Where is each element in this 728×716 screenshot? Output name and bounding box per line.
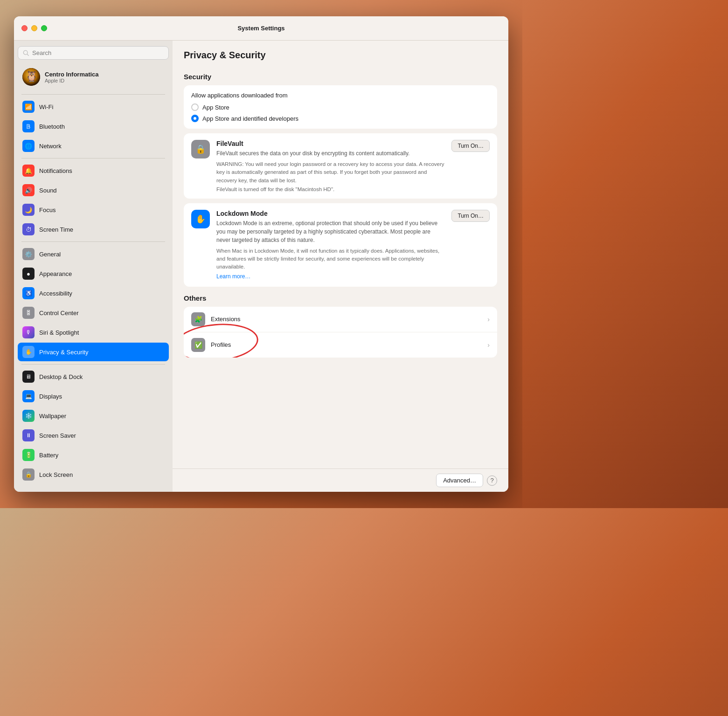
sidebar-item-screensaver[interactable]: ⏸ Screen Saver	[18, 426, 169, 445]
search-input[interactable]	[32, 49, 164, 56]
sidebar-item-lockscreen[interactable]: 🔒 Lock Screen	[18, 465, 169, 484]
profiles-chevron-icon: ›	[487, 341, 490, 349]
sidebar-label-bluetooth: Bluetooth	[39, 123, 65, 130]
general-icon: ⚙️	[22, 248, 35, 260]
lockdown-learn-more-link[interactable]: Learn more…	[216, 273, 250, 280]
maximize-button[interactable]	[41, 25, 47, 31]
lockscreen-icon: 🔒	[22, 468, 35, 481]
sidebar-label-sound: Sound	[39, 187, 57, 194]
user-name: Centro Informatica	[45, 71, 99, 78]
lockdown-desc: Lockdown Mode is an extreme, optional pr…	[216, 219, 445, 244]
focus-icon: 🌙	[22, 204, 35, 216]
sidebar-item-wallpaper[interactable]: ❄️ Wallpaper	[18, 406, 169, 425]
sidebar-item-bluetooth[interactable]: 𝔹 Bluetooth	[18, 117, 169, 136]
user-subtitle: Apple ID	[45, 78, 99, 83]
filevault-title: FileVault	[216, 140, 445, 147]
sidebar-label-accessibility: Accessibility	[39, 290, 72, 297]
allow-downloads-label: Allow applications downloaded from	[191, 92, 490, 99]
minimize-button[interactable]	[31, 25, 37, 31]
filevault-desc: FileVault secures the data on your disk …	[216, 149, 445, 158]
divider	[21, 94, 165, 95]
sidebar-label-notifications: Notifications	[39, 167, 72, 174]
avatar: 🦉	[22, 68, 40, 86]
filevault-warning: WARNING: You will need your login passwo…	[216, 160, 445, 185]
filevault-card: 🔒 FileVault FileVault secures the data o…	[184, 133, 497, 199]
bluetooth-icon: 𝔹	[22, 120, 35, 132]
screensaver-icon: ⏸	[22, 429, 35, 441]
sidebar-item-siri[interactable]: 🎙 Siri & Spotlight	[18, 323, 169, 342]
search-icon	[23, 50, 29, 56]
displays-icon: 💻	[22, 390, 35, 402]
sidebar-item-network[interactable]: 🌐 Network	[18, 137, 169, 155]
others-section-label: Others	[184, 294, 497, 302]
siri-icon: 🎙	[22, 326, 35, 338]
sidebar-item-privacy[interactable]: ✋ Privacy & Security	[18, 343, 169, 361]
user-info: Centro Informatica Apple ID	[45, 71, 99, 83]
profiles-row[interactable]: ✅ Profiles ›	[184, 332, 497, 358]
detail-scroll: Security Allow applications downloaded f…	[173, 65, 508, 468]
lockdown-card: ✋ Lockdown Mode Lockdown Mode is an extr…	[184, 203, 497, 287]
sidebar-item-screentime[interactable]: ⏱ Screen Time	[18, 220, 169, 239]
radio-appstore-identified[interactable]: App Store and identified developers	[191, 115, 490, 122]
sidebar-label-wallpaper: Wallpaper	[39, 413, 66, 420]
desktop-icon: 🖥	[22, 371, 35, 383]
privacy-icon: ✋	[22, 346, 35, 358]
notifications-icon: 🔔	[22, 165, 35, 177]
help-button[interactable]: ?	[487, 475, 497, 486]
search-box[interactable]	[18, 46, 169, 60]
filevault-status: FileVault is turned off for the disk "Ma…	[216, 186, 445, 192]
sidebar-item-focus[interactable]: 🌙 Focus	[18, 200, 169, 219]
radio-appstore-identified-label: App Store and identified developers	[202, 115, 298, 122]
close-button[interactable]	[21, 25, 28, 31]
sidebar-item-controlcenter[interactable]: 🎛 Control Center	[18, 303, 169, 322]
screentime-icon: ⏱	[22, 223, 35, 235]
sidebar-label-privacy: Privacy & Security	[39, 349, 88, 356]
page-title: Privacy & Security	[184, 50, 497, 61]
accessibility-icon: ♿	[22, 287, 35, 299]
filevault-content: FileVault FileVault secures the data on …	[216, 140, 445, 192]
sidebar-item-notifications[interactable]: 🔔 Notifications	[18, 161, 169, 180]
traffic-lights	[21, 25, 47, 31]
sidebar-label-battery: Battery	[39, 452, 58, 459]
sidebar-item-appearance[interactable]: ● Appearance	[18, 264, 169, 283]
svg-line-1	[27, 54, 28, 55]
sidebar-label-displays: Displays	[39, 393, 62, 400]
sidebar-item-battery[interactable]: 🔋 Battery	[18, 446, 169, 464]
user-profile[interactable]: 🦉 Centro Informatica Apple ID	[18, 64, 169, 90]
battery-icon: 🔋	[22, 449, 35, 461]
extensions-chevron-icon: ›	[487, 316, 490, 323]
extensions-row[interactable]: 🧩 Extensions ›	[184, 307, 497, 332]
divider3	[21, 241, 165, 242]
profiles-icon: ✅	[191, 338, 205, 352]
detail-footer: Advanced… ?	[173, 468, 508, 492]
sidebar-label-lockscreen: Lock Screen	[39, 471, 73, 478]
extensions-label: Extensions	[211, 316, 482, 323]
sidebar-item-general[interactable]: ⚙️ General	[18, 245, 169, 263]
radio-appstore[interactable]: App Store	[191, 103, 490, 111]
sidebar: 🦉 Centro Informatica Apple ID 📶 Wi-Fi 𝔹	[14, 41, 173, 492]
network-icon: 🌐	[22, 140, 35, 152]
sidebar-label-appearance: Appearance	[39, 270, 72, 277]
detail-header: Privacy & Security	[173, 41, 508, 65]
sidebar-label-controlcenter: Control Center	[39, 310, 79, 317]
radio-group: Allow applications downloaded from App S…	[184, 85, 497, 129]
radio-appstore-identified-circle[interactable]	[191, 115, 199, 122]
filevault-turn-on-button[interactable]: Turn On…	[451, 140, 490, 152]
radio-appstore-circle[interactable]	[191, 103, 199, 111]
sidebar-item-accessibility[interactable]: ♿ Accessibility	[18, 284, 169, 303]
sidebar-label-network: Network	[39, 143, 62, 150]
advanced-button[interactable]: Advanced…	[436, 474, 483, 487]
sidebar-item-wifi[interactable]: 📶 Wi-Fi	[18, 97, 169, 116]
sidebar-item-sound[interactable]: 🔊 Sound	[18, 181, 169, 200]
sidebar-item-desktop[interactable]: 🖥 Desktop & Dock	[18, 367, 169, 386]
lockdown-turn-on-button[interactable]: Turn On…	[451, 210, 490, 222]
sidebar-item-displays[interactable]: 💻 Displays	[18, 387, 169, 406]
others-list: 🧩 Extensions › ✅ Profiles ›	[184, 307, 497, 358]
sidebar-label-focus: Focus	[39, 207, 55, 213]
filevault-icon: 🔒	[191, 140, 210, 158]
sidebar-label-screentime: Screen Time	[39, 226, 73, 233]
sound-icon: 🔊	[22, 184, 35, 196]
profiles-label: Profiles	[211, 341, 482, 348]
divider2	[21, 158, 165, 158]
detail-pane: Privacy & Security Security Allow applic…	[173, 41, 508, 492]
